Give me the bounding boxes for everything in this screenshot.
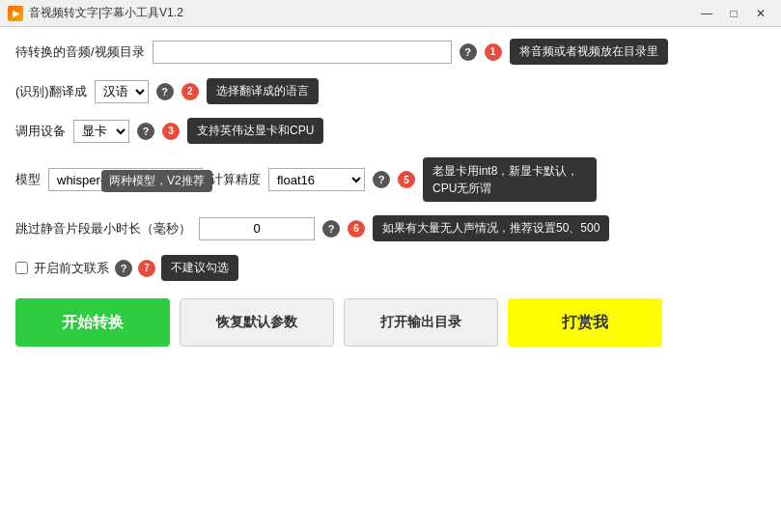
model-row: 模型 whisper-large-v2 whisper-large-v3 两种模… bbox=[15, 157, 766, 202]
silence-tooltip: 如果有大量无人声情况，推荐设置50、500 bbox=[373, 215, 609, 241]
precision-tooltip: 老显卡用int8，新显卡默认，CPU无所谓 bbox=[423, 157, 597, 202]
lang-row: (识别)翻译成 汉语 英语 日语 韩语 法语 ? 2 选择翻译成的语言 bbox=[15, 78, 766, 104]
device-label: 调用设备 bbox=[15, 123, 66, 140]
open-output-button[interactable]: 打开输出目录 bbox=[344, 298, 498, 347]
donate-button[interactable]: 打赏我 bbox=[508, 298, 662, 347]
model-select[interactable]: whisper-large-v2 whisper-large-v3 bbox=[48, 168, 203, 191]
app-title: 音视频转文字|字幕小工具V1.2 bbox=[29, 5, 183, 21]
path-tooltip: 将音频或者视频放在目录里 bbox=[510, 39, 668, 65]
context-row: 开启前文联系 ? 7 不建议勾选 bbox=[15, 255, 766, 281]
lang-select[interactable]: 汉语 英语 日语 韩语 法语 bbox=[95, 80, 149, 103]
title-bar-left: ▶ 音视频转文字|字幕小工具V1.2 bbox=[8, 5, 183, 21]
model-select-wrapper: whisper-large-v2 whisper-large-v3 两种模型，V… bbox=[48, 168, 203, 191]
maximize-button[interactable]: □ bbox=[721, 4, 746, 23]
context-tooltip: 不建议勾选 bbox=[161, 255, 238, 281]
context-help-icon[interactable]: ? bbox=[115, 260, 132, 277]
silence-input[interactable] bbox=[199, 217, 315, 240]
app-icon: ▶ bbox=[8, 6, 23, 21]
device-tooltip: 支持英伟达显卡和CPU bbox=[187, 118, 323, 144]
badge-5: 5 bbox=[398, 171, 415, 188]
badge-3: 3 bbox=[162, 123, 180, 140]
reset-button[interactable]: 恢复默认参数 bbox=[180, 298, 334, 347]
lang-tooltip: 选择翻译成的语言 bbox=[207, 78, 319, 104]
context-label[interactable]: 开启前文联系 bbox=[34, 260, 109, 277]
path-row: 待转换的音频/视频目录 ? 1 将音频或者视频放在目录里 bbox=[15, 39, 766, 65]
title-bar: ▶ 音视频转文字|字幕小工具V1.2 — □ ✕ bbox=[0, 0, 781, 27]
lang-label: (识别)翻译成 bbox=[15, 83, 87, 100]
badge-1: 1 bbox=[485, 43, 502, 61]
close-button[interactable]: ✕ bbox=[748, 4, 773, 23]
badge-7: 7 bbox=[138, 260, 155, 277]
path-help-icon[interactable]: ? bbox=[460, 43, 477, 61]
silence-row: 跳过静音片段最小时长（毫秒） ? 6 如果有大量无人声情况，推荐设置50、500 bbox=[15, 215, 766, 241]
lang-help-icon[interactable]: ? bbox=[156, 83, 174, 100]
start-button[interactable]: 开始转换 bbox=[15, 298, 170, 347]
precision-help-icon[interactable]: ? bbox=[373, 171, 390, 188]
device-row: 调用设备 显卡 CPU ? 3 支持英伟达显卡和CPU bbox=[15, 118, 766, 144]
badge-2: 2 bbox=[181, 83, 199, 100]
device-help-icon[interactable]: ? bbox=[137, 123, 154, 140]
model-label: 模型 bbox=[15, 171, 41, 188]
main-content: 待转换的音频/视频目录 ? 1 将音频或者视频放在目录里 (识别)翻译成 汉语 … bbox=[0, 27, 781, 532]
path-label: 待转换的音频/视频目录 bbox=[15, 43, 145, 61]
minimize-button[interactable]: — bbox=[694, 4, 719, 23]
silence-help-icon[interactable]: ? bbox=[322, 220, 340, 238]
precision-label: 计算精度 bbox=[210, 171, 261, 188]
silence-label: 跳过静音片段最小时长（毫秒） bbox=[15, 220, 191, 238]
badge-6: 6 bbox=[348, 220, 365, 238]
precision-select[interactable]: float16 int8 float32 bbox=[268, 168, 365, 191]
window-controls: — □ ✕ bbox=[694, 4, 773, 23]
device-select[interactable]: 显卡 CPU bbox=[73, 120, 129, 143]
path-input[interactable] bbox=[153, 41, 452, 64]
context-checkbox[interactable] bbox=[15, 262, 28, 274]
button-row: 开始转换 恢复默认参数 打开输出目录 打赏我 bbox=[15, 298, 766, 347]
